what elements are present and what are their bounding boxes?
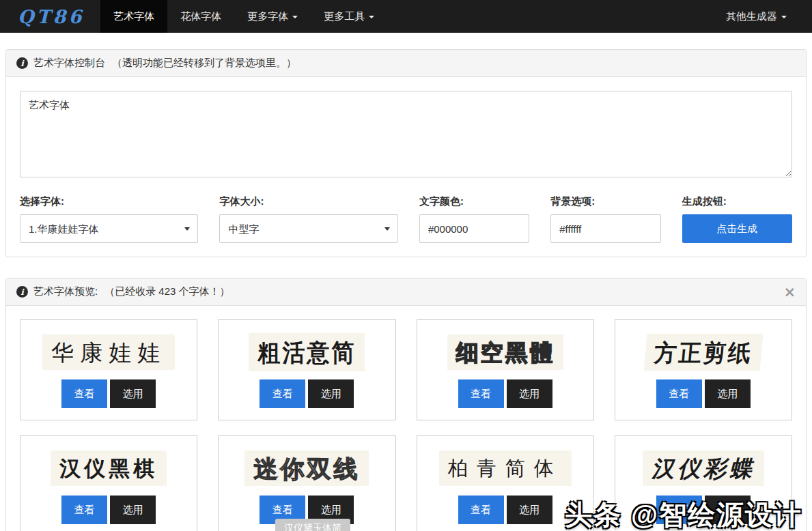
use-button[interactable]: 选用 bbox=[705, 379, 751, 408]
card-buttons: 查看 选用 bbox=[458, 496, 552, 524]
font-preview-image: 柏青简体 bbox=[439, 450, 572, 486]
view-button[interactable]: 查看 bbox=[458, 496, 504, 524]
generate-label: 生成按钮: bbox=[682, 195, 792, 208]
chevron-down-icon bbox=[781, 16, 787, 18]
use-button[interactable]: 选用 bbox=[507, 496, 552, 524]
background-option-label: 背景选项: bbox=[550, 195, 660, 208]
font-card: 迷你双线 查看 选用 bbox=[218, 435, 395, 531]
font-preview-image: 方正剪纸 bbox=[643, 334, 763, 371]
info-icon: i bbox=[16, 286, 28, 298]
nav-item-label: 艺术字体 bbox=[113, 10, 154, 23]
font-preview-image: 华康娃娃 bbox=[42, 334, 175, 370]
nav-item-label: 花体字体 bbox=[180, 10, 221, 23]
view-button[interactable]: 查看 bbox=[61, 379, 107, 408]
nav-item-more-fonts[interactable]: 更多字体 bbox=[234, 0, 311, 33]
view-button[interactable]: 查看 bbox=[458, 379, 504, 408]
view-button[interactable]: 查看 bbox=[61, 496, 107, 524]
card-buttons: 查看 选用 bbox=[656, 496, 751, 524]
size-select-label: 字体大小: bbox=[219, 195, 397, 208]
use-button[interactable]: 选用 bbox=[507, 379, 552, 408]
font-preview-image: 粗活意简 bbox=[249, 333, 365, 371]
nav-item-fancy-fonts[interactable]: 花体字体 bbox=[167, 0, 234, 33]
font-card: 汉仪彩蝶 查看 选用 bbox=[615, 435, 792, 531]
font-card: 柏青简体 查看 选用 bbox=[417, 435, 594, 531]
use-button[interactable]: 选用 bbox=[705, 496, 751, 524]
view-button[interactable]: 查看 bbox=[260, 379, 305, 408]
card-buttons: 查看 选用 bbox=[260, 379, 354, 408]
close-icon[interactable]: × bbox=[783, 287, 796, 298]
background-option-group: 背景选项: bbox=[550, 195, 660, 243]
console-panel-title: 艺术字体控制台 bbox=[33, 57, 105, 70]
font-card: 汉仪黑棋 查看 选用 bbox=[20, 435, 197, 531]
font-preview-image: 汉仪彩蝶 bbox=[643, 450, 764, 486]
font-select-wrap: 1.华康娃娃字体 bbox=[20, 214, 198, 243]
nav-right: 其他生成器 bbox=[713, 0, 812, 33]
use-button[interactable]: 选用 bbox=[110, 496, 156, 524]
size-select-wrap: 中型字 bbox=[219, 214, 397, 243]
preview-panel-header: i 艺术字体预览: （已经收录 423 个字体！） × bbox=[6, 278, 806, 306]
font-select-label: 选择字体: bbox=[20, 195, 198, 208]
card-buttons: 查看 选用 bbox=[458, 379, 552, 408]
font-name-tooltip: 汉仪黛玉体简 bbox=[275, 519, 350, 531]
card-buttons: 查看 选用 bbox=[61, 379, 156, 408]
font-card: 方正剪纸 查看 选用 bbox=[615, 319, 792, 420]
font-select[interactable]: 1.华康娃娃字体 bbox=[20, 214, 198, 243]
console-panel-header: i 艺术字体控制台 （透明功能已经转移到了背景选项里。） bbox=[6, 50, 806, 77]
nav-item-art-fonts[interactable]: 艺术字体 bbox=[100, 0, 167, 33]
text-input-area[interactable]: 艺术字体 bbox=[20, 91, 792, 177]
font-card: 细空黑體 查看 选用 bbox=[417, 319, 594, 420]
generate-group: 生成按钮: 点击生成 bbox=[682, 195, 792, 243]
chevron-down-icon bbox=[369, 16, 374, 18]
text-color-input[interactable] bbox=[419, 214, 529, 243]
view-button[interactable]: 查看 bbox=[656, 496, 702, 524]
main-nav: 艺术字体 花体字体 更多字体 更多工具 bbox=[100, 0, 387, 33]
use-button[interactable]: 选用 bbox=[308, 379, 354, 408]
font-preview-image: 细空黑體 bbox=[447, 334, 563, 370]
site-logo[interactable]: QT86 bbox=[0, 0, 100, 33]
text-color-group: 文字颜色: bbox=[419, 195, 529, 243]
font-card: 粗活意简 查看 选用 bbox=[218, 319, 395, 420]
preview-panel: i 艺术字体预览: （已经收录 423 个字体！） × 华康娃娃 查看 选用 粗… bbox=[5, 278, 807, 531]
card-buttons: 查看 选用 bbox=[61, 496, 156, 524]
font-preview-image: 迷你双线 bbox=[244, 450, 369, 486]
chevron-down-icon bbox=[292, 16, 298, 18]
text-color-label: 文字颜色: bbox=[419, 195, 529, 208]
nav-item-label: 更多字体 bbox=[247, 10, 288, 23]
nav-item-label: 更多工具 bbox=[324, 10, 365, 23]
console-panel: i 艺术字体控制台 （透明功能已经转移到了背景选项里。） 艺术字体 选择字体: … bbox=[5, 49, 807, 257]
font-select-group: 选择字体: 1.华康娃娃字体 bbox=[20, 195, 198, 243]
nav-item-other-generators[interactable]: 其他生成器 bbox=[713, 0, 800, 33]
console-panel-body: 艺术字体 选择字体: 1.华康娃娃字体 字体大小: 中型字 文字 bbox=[6, 77, 806, 257]
console-form-row: 选择字体: 1.华康娃娃字体 字体大小: 中型字 文字颜色: bbox=[20, 195, 792, 243]
top-navbar: QT86 艺术字体 花体字体 更多字体 更多工具 其他生成器 bbox=[0, 0, 812, 33]
preview-panel-title: 艺术字体预览: bbox=[33, 285, 98, 298]
font-preview-image: 汉仪黑棋 bbox=[51, 450, 167, 486]
view-button[interactable]: 查看 bbox=[656, 379, 702, 408]
font-card: 华康娃娃 查看 选用 bbox=[20, 319, 197, 420]
console-panel-subtitle: （透明功能已经转移到了背景选项里。） bbox=[112, 57, 296, 70]
card-buttons: 查看 选用 bbox=[656, 379, 751, 408]
size-select-group: 字体大小: 中型字 bbox=[219, 195, 397, 243]
font-card-grid: 华康娃娃 查看 选用 粗活意简 查看 选用 细空黑體 查看 选用 方正剪纸 查看 bbox=[6, 306, 806, 531]
preview-panel-subtitle: （已经收录 423 个字体！） bbox=[104, 285, 229, 298]
info-icon: i bbox=[16, 57, 28, 69]
generate-button[interactable]: 点击生成 bbox=[682, 214, 792, 243]
nav-item-more-tools[interactable]: 更多工具 bbox=[311, 0, 387, 33]
size-select[interactable]: 中型字 bbox=[219, 214, 397, 243]
nav-item-label: 其他生成器 bbox=[726, 10, 777, 23]
background-option-input[interactable] bbox=[550, 214, 660, 243]
use-button[interactable]: 选用 bbox=[110, 379, 156, 408]
